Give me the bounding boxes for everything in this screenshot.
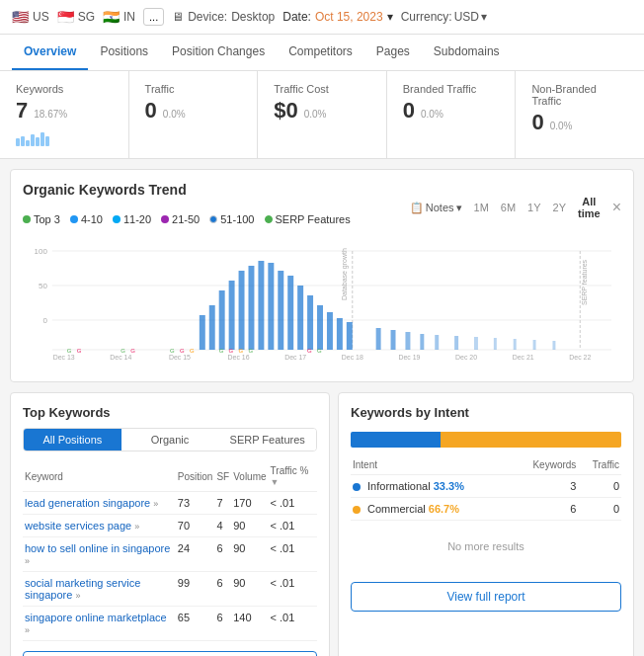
col-position[interactable]: Position [176,461,215,492]
time-all[interactable]: All time [574,194,604,221]
svg-text:G: G [248,348,253,354]
table-row: social marketing service singapore » 99 … [23,572,317,607]
device-info: 🖥 Device: Desktop [172,10,275,24]
tab-position-changes[interactable]: Position Changes [160,35,277,70]
col-traffic: Traffic [578,455,621,475]
svg-text:Dec 15: Dec 15 [169,354,191,361]
table-row: how to sell online in singapore » 24 6 9… [23,537,317,572]
tab-pages[interactable]: Pages [364,35,422,70]
svg-text:100: 100 [35,247,48,256]
time-2y[interactable]: 2Y [549,200,570,215]
legend-serp[interactable]: SERP Features [265,213,351,225]
svg-rect-22 [209,305,215,350]
svg-rect-31 [297,286,303,350]
tab-all-positions[interactable]: All Positions [24,429,121,451]
keywords-panel: Top Keywords All Positions Organic SERP … [10,392,330,656]
date-info[interactable]: Date: Oct 15, 2023 ▾ [282,10,392,24]
device-icon: 🖥 [172,10,184,24]
time-1m[interactable]: 1M [470,200,493,215]
svg-text:50: 50 [39,282,47,290]
stat-traffic-value: 0 [145,99,157,123]
svg-text:G: G [130,348,135,354]
tab-serp-features[interactable]: SERP Features [218,429,316,451]
col-traffic[interactable]: Traffic % ▼ [269,461,317,492]
stat-branded-pct: 0.0% [421,109,443,120]
svg-rect-47 [552,341,555,350]
intent-title: Keywords by Intent [351,405,621,420]
stat-branded-label: Branded Traffic [403,83,500,95]
stat-keywords-value: 7 [16,99,28,123]
tab-organic[interactable]: Organic [121,429,219,451]
legend-11-20[interactable]: 11-20 [113,213,151,225]
kw-link[interactable]: how to sell online in singapore » [25,542,170,566]
stat-traffic-pct: 0.0% [163,109,186,120]
time-6m[interactable]: 6M [497,200,520,215]
no-more-results: No more results [351,521,621,572]
kw-volume: 170 [231,492,268,515]
svg-text:G: G [317,348,322,354]
bottom-panels: Top Keywords All Positions Organic SERP … [10,392,634,656]
svg-text:Dec 18: Dec 18 [342,354,363,361]
flag-us[interactable]: 🇺🇸 US [12,9,49,25]
stat-nonbranded-value: 0 [531,111,543,134]
kw-position: 70 [176,515,215,537]
view-all-keywords-button[interactable]: View all 7 keywords [23,651,317,656]
trend-chart: 100 50 0 Dec 13 Dec 14 Dec 15 Dec 16 Dec… [23,241,621,369]
col-volume[interactable]: Volume [231,461,268,492]
svg-text:G: G [239,348,244,354]
kw-sf: 6 [214,572,231,607]
kw-link[interactable]: singapore online marketplace » [25,612,167,635]
stat-traffic: Traffic 0 0.0% [129,71,259,158]
legend-4-10[interactable]: 4-10 [70,213,103,225]
time-1y[interactable]: 1Y [523,200,544,215]
svg-rect-30 [287,276,293,350]
kw-link[interactable]: website services page » [25,520,139,532]
more-button[interactable]: ... [143,8,164,26]
kw-link[interactable]: lead generation singapore » [25,497,158,509]
chevron-down-icon: ▾ [481,10,487,24]
tab-competitors[interactable]: Competitors [277,35,364,70]
tab-overview[interactable]: Overview [12,35,88,70]
intent-bar-informational [351,432,441,448]
svg-text:Dec 20: Dec 20 [455,354,477,361]
svg-text:0: 0 [42,316,47,325]
notes-button[interactable]: 📋 Notes ▾ [410,202,462,214]
stat-keywords: Keywords 7 18.67% [0,71,129,158]
legend-21-50[interactable]: 21-50 [161,213,200,225]
svg-rect-29 [278,271,283,350]
col-keywords: Keywords [512,455,578,475]
svg-rect-38 [391,330,396,350]
kw-position: 65 [176,607,215,641]
svg-rect-44 [494,338,497,350]
svg-rect-32 [307,295,313,350]
svg-rect-45 [514,339,517,350]
intent-bar [351,432,621,448]
svg-rect-28 [268,263,274,350]
kw-sf: 4 [214,515,231,537]
intent-panel: Keywords by Intent Intent Keywords Traff… [338,392,634,656]
kw-link[interactable]: social marketing service singapore » [25,577,140,601]
svg-text:Dec 21: Dec 21 [513,354,534,361]
legend-top3[interactable]: Top 3 [23,213,60,225]
legend-51-100[interactable]: 51-100 [209,213,254,225]
svg-rect-42 [454,336,458,350]
view-full-report-button[interactable]: View full report [351,582,621,612]
svg-text:G: G [190,348,195,354]
kw-sf: 6 [214,607,231,641]
col-intent: Intent [351,455,512,475]
nav-tabs: Overview Positions Position Changes Comp… [0,35,644,71]
flag-in[interactable]: 🇮🇳 IN [103,9,135,25]
flag-sg[interactable]: 🇸🇬 SG [57,9,95,25]
svg-text:Dec 16: Dec 16 [228,354,250,361]
date-link[interactable]: Oct 15, 2023 [315,10,383,24]
stat-nonbranded-label: Non-Branded Traffic [531,83,628,107]
tab-subdomains[interactable]: Subdomains [422,35,512,70]
svg-text:Dec 13: Dec 13 [53,354,75,361]
intent-table: Intent Keywords Traffic Informational 33… [351,455,621,521]
trend-title: Organic Keywords Trend [23,182,187,198]
tab-positions[interactable]: Positions [88,35,160,70]
stat-nonbranded: Non-Branded Traffic 0 0.0% [516,71,644,158]
chevron-down-icon: ▾ [456,202,462,214]
close-button[interactable]: × [612,199,621,216]
currency-info[interactable]: Currency: USD ▾ [401,10,487,24]
